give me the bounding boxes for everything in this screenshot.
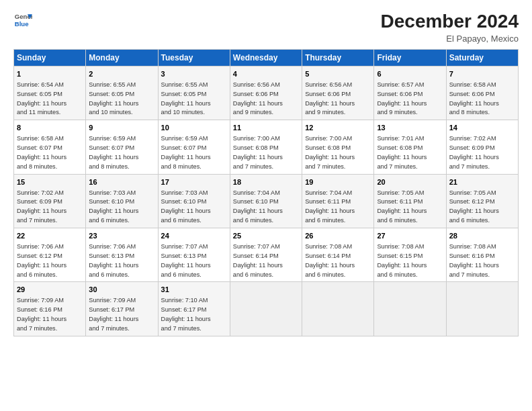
title-block: December 2024 El Papayo, Mexico (381, 11, 519, 44)
calendar-cell: 13Sunrise: 7:01 AMSunset: 6:08 PMDayligh… (374, 120, 446, 174)
calendar-cell: 18Sunrise: 7:04 AMSunset: 6:10 PMDayligh… (230, 174, 302, 228)
day-number: 14 (449, 123, 515, 133)
calendar-cell: 30Sunrise: 7:09 AMSunset: 6:17 PMDayligh… (86, 282, 158, 336)
day-number: 10 (161, 123, 227, 133)
calendar-cell: 21Sunrise: 7:05 AMSunset: 6:12 PMDayligh… (446, 174, 518, 228)
logo: General Blue (13, 11, 32, 30)
calendar-cell (302, 282, 374, 336)
calendar-cell: 17Sunrise: 7:03 AMSunset: 6:10 PMDayligh… (158, 174, 230, 228)
day-info: Sunrise: 6:58 AMSunset: 6:06 PMDaylight:… (449, 81, 499, 116)
day-info: Sunrise: 7:04 AMSunset: 6:11 PMDaylight:… (305, 189, 355, 224)
day-number: 31 (161, 285, 227, 295)
calendar-cell: 31Sunrise: 7:10 AMSunset: 6:17 PMDayligh… (158, 282, 230, 336)
day-info: Sunrise: 7:02 AMSunset: 6:09 PMDaylight:… (449, 135, 499, 170)
calendar-cell (446, 282, 518, 336)
calendar-cell: 20Sunrise: 7:05 AMSunset: 6:11 PMDayligh… (374, 174, 446, 228)
calendar-cell: 15Sunrise: 7:02 AMSunset: 6:09 PMDayligh… (14, 174, 86, 228)
calendar-cell: 29Sunrise: 7:09 AMSunset: 6:16 PMDayligh… (14, 282, 86, 336)
calendar-cell: 28Sunrise: 7:08 AMSunset: 6:16 PMDayligh… (446, 228, 518, 282)
day-number: 24 (161, 231, 227, 241)
day-number: 25 (233, 231, 299, 241)
day-number: 11 (233, 123, 299, 133)
day-number: 21 (449, 177, 515, 187)
day-info: Sunrise: 7:05 AMSunset: 6:12 PMDaylight:… (449, 189, 499, 224)
day-info: Sunrise: 7:09 AMSunset: 6:17 PMDaylight:… (89, 297, 138, 332)
day-info: Sunrise: 6:56 AMSunset: 6:06 PMDaylight:… (233, 81, 283, 116)
day-info: Sunrise: 7:10 AMSunset: 6:17 PMDaylight:… (161, 297, 211, 332)
day-number: 16 (89, 177, 154, 187)
day-info: Sunrise: 7:04 AMSunset: 6:10 PMDaylight:… (233, 189, 283, 224)
day-number: 29 (17, 285, 83, 295)
svg-text:Blue: Blue (15, 20, 29, 28)
day-number: 20 (377, 177, 443, 187)
day-info: Sunrise: 6:59 AMSunset: 6:07 PMDaylight:… (161, 135, 211, 170)
day-info: Sunrise: 6:54 AMSunset: 6:05 PMDaylight:… (17, 81, 66, 116)
calendar-cell: 23Sunrise: 7:06 AMSunset: 6:13 PMDayligh… (86, 228, 158, 282)
calendar-cell: 16Sunrise: 7:03 AMSunset: 6:10 PMDayligh… (86, 174, 158, 228)
calendar-cell: 1Sunrise: 6:54 AMSunset: 6:05 PMDaylight… (14, 66, 86, 120)
day-number: 18 (233, 177, 299, 187)
day-info: Sunrise: 7:08 AMSunset: 6:15 PMDaylight:… (377, 243, 427, 278)
calendar-cell: 24Sunrise: 7:07 AMSunset: 6:13 PMDayligh… (158, 228, 230, 282)
calendar-cell: 26Sunrise: 7:08 AMSunset: 6:14 PMDayligh… (302, 228, 374, 282)
day-info: Sunrise: 6:55 AMSunset: 6:05 PMDaylight:… (161, 81, 211, 116)
day-info: Sunrise: 7:03 AMSunset: 6:10 PMDaylight:… (161, 189, 211, 224)
day-number: 22 (17, 231, 83, 241)
day-number: 26 (305, 231, 371, 241)
day-number: 13 (377, 123, 443, 133)
day-info: Sunrise: 6:56 AMSunset: 6:06 PMDaylight:… (305, 81, 355, 116)
day-number: 6 (377, 69, 443, 79)
day-info: Sunrise: 7:05 AMSunset: 6:11 PMDaylight:… (377, 189, 427, 224)
weekday-header-sunday: Sunday (14, 50, 86, 66)
day-number: 17 (161, 177, 227, 187)
calendar-cell: 25Sunrise: 7:07 AMSunset: 6:14 PMDayligh… (230, 228, 302, 282)
calendar-cell: 11Sunrise: 7:00 AMSunset: 6:08 PMDayligh… (230, 120, 302, 174)
day-info: Sunrise: 6:58 AMSunset: 6:07 PMDaylight:… (17, 135, 66, 170)
weekday-header-friday: Friday (374, 50, 446, 66)
calendar-cell: 22Sunrise: 7:06 AMSunset: 6:12 PMDayligh… (14, 228, 86, 282)
day-number: 1 (17, 69, 83, 79)
day-info: Sunrise: 7:08 AMSunset: 6:16 PMDaylight:… (449, 243, 499, 278)
calendar-cell: 9Sunrise: 6:59 AMSunset: 6:07 PMDaylight… (86, 120, 158, 174)
weekday-header-monday: Monday (86, 50, 158, 66)
calendar-cell: 12Sunrise: 7:00 AMSunset: 6:08 PMDayligh… (302, 120, 374, 174)
day-number: 30 (89, 285, 154, 295)
day-number: 12 (305, 123, 371, 133)
calendar-cell: 19Sunrise: 7:04 AMSunset: 6:11 PMDayligh… (302, 174, 374, 228)
calendar-table: SundayMondayTuesdayWednesdayThursdayFrid… (13, 49, 519, 336)
weekday-header-tuesday: Tuesday (158, 50, 230, 66)
day-number: 8 (17, 123, 83, 133)
day-number: 28 (449, 231, 515, 241)
calendar-cell: 6Sunrise: 6:57 AMSunset: 6:06 PMDaylight… (374, 66, 446, 120)
calendar-cell (230, 282, 302, 336)
weekday-header-saturday: Saturday (446, 50, 518, 66)
calendar-cell (374, 282, 446, 336)
calendar-cell: 10Sunrise: 6:59 AMSunset: 6:07 PMDayligh… (158, 120, 230, 174)
calendar-cell: 7Sunrise: 6:58 AMSunset: 6:06 PMDaylight… (446, 66, 518, 120)
day-number: 27 (377, 231, 443, 241)
day-info: Sunrise: 7:03 AMSunset: 6:10 PMDaylight:… (89, 189, 138, 224)
page-header: General Blue December 2024 El Papayo, Me… (13, 11, 519, 44)
day-number: 15 (17, 177, 83, 187)
day-number: 7 (449, 69, 515, 79)
day-number: 5 (305, 69, 371, 79)
calendar-cell: 14Sunrise: 7:02 AMSunset: 6:09 PMDayligh… (446, 120, 518, 174)
calendar-cell: 27Sunrise: 7:08 AMSunset: 6:15 PMDayligh… (374, 228, 446, 282)
day-info: Sunrise: 7:08 AMSunset: 6:14 PMDaylight:… (305, 243, 355, 278)
month-year-title: December 2024 (381, 11, 519, 32)
logo-icon: General Blue (13, 11, 32, 30)
day-info: Sunrise: 7:02 AMSunset: 6:09 PMDaylight:… (17, 189, 66, 224)
day-info: Sunrise: 7:07 AMSunset: 6:13 PMDaylight:… (161, 243, 211, 278)
location-subtitle: El Papayo, Mexico (381, 34, 519, 44)
day-number: 23 (89, 231, 154, 241)
day-number: 4 (233, 69, 299, 79)
calendar-cell: 4Sunrise: 6:56 AMSunset: 6:06 PMDaylight… (230, 66, 302, 120)
calendar-cell: 3Sunrise: 6:55 AMSunset: 6:05 PMDaylight… (158, 66, 230, 120)
day-number: 3 (161, 69, 227, 79)
calendar-cell: 2Sunrise: 6:55 AMSunset: 6:05 PMDaylight… (86, 66, 158, 120)
day-number: 19 (305, 177, 371, 187)
calendar-cell: 5Sunrise: 6:56 AMSunset: 6:06 PMDaylight… (302, 66, 374, 120)
day-info: Sunrise: 6:59 AMSunset: 6:07 PMDaylight:… (89, 135, 138, 170)
day-info: Sunrise: 7:07 AMSunset: 6:14 PMDaylight:… (233, 243, 283, 278)
day-info: Sunrise: 7:09 AMSunset: 6:16 PMDaylight:… (17, 297, 66, 332)
